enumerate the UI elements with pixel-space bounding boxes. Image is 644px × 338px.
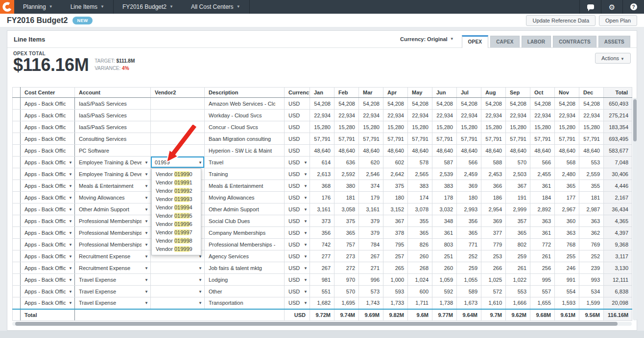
- month-value-cell[interactable]: 267: [359, 250, 383, 262]
- month-value-cell[interactable]: 1,655: [530, 297, 555, 309]
- column-header-oct[interactable]: Oct: [530, 88, 555, 98]
- chevron-down-icon[interactable]: ▼: [144, 289, 148, 293]
- chevron-down-icon[interactable]: ▼: [69, 183, 72, 188]
- month-value-cell[interactable]: 178: [432, 192, 457, 203]
- month-value-cell[interactable]: 534: [579, 286, 604, 297]
- month-value-cell[interactable]: 367: [383, 215, 408, 227]
- column-header-total[interactable]: Total: [604, 88, 632, 98]
- month-value-cell[interactable]: 362: [579, 227, 604, 239]
- month-value-cell[interactable]: 54,208: [408, 98, 432, 110]
- month-value-cell[interactable]: 2,954: [481, 203, 506, 215]
- month-value-cell[interactable]: 1,666: [506, 297, 530, 309]
- chevron-down-icon[interactable]: ▼: [69, 301, 72, 305]
- month-value-cell[interactable]: 365: [506, 227, 530, 239]
- row-handle[interactable]: [13, 286, 21, 297]
- chevron-down-icon[interactable]: ▼: [304, 289, 308, 293]
- cost-center-cell[interactable]: Apps - Back Office▼: [21, 227, 75, 239]
- month-value-cell[interactable]: 271: [359, 262, 383, 274]
- row-handle[interactable]: [13, 157, 21, 168]
- currency-cell[interactable]: USD▼: [285, 203, 310, 215]
- vendor-cell[interactable]: ▼: [151, 286, 205, 297]
- month-value-cell[interactable]: 363: [579, 215, 604, 227]
- column-header-description[interactable]: Description: [205, 88, 285, 98]
- currency-cell[interactable]: USD▼: [285, 157, 310, 168]
- month-value-cell[interactable]: 22,934: [432, 110, 457, 121]
- row-handle[interactable]: [13, 215, 21, 227]
- vertical-scrollbar[interactable]: [633, 98, 637, 320]
- vendor-option[interactable]: Vendor 019999: [152, 245, 201, 253]
- month-value-cell[interactable]: 48,640: [383, 145, 408, 157]
- month-value-cell[interactable]: 373: [310, 215, 334, 227]
- month-value-cell[interactable]: 1,733: [383, 297, 408, 309]
- month-value-cell[interactable]: 589: [457, 286, 481, 297]
- month-value-cell[interactable]: 22,934: [457, 110, 481, 121]
- nav-budget[interactable]: FY2016 Budget2 ▼: [114, 0, 182, 14]
- vendor-option[interactable]: Vendor 019990: [152, 170, 201, 179]
- tab-capex[interactable]: CAPEX: [490, 36, 519, 47]
- month-value-cell[interactable]: 22,934: [481, 110, 506, 121]
- month-value-cell[interactable]: 2,642: [383, 168, 408, 180]
- month-value-cell[interactable]: 2,613: [310, 168, 334, 180]
- chevron-down-icon[interactable]: ▼: [144, 266, 148, 270]
- month-value-cell[interactable]: 15,280: [408, 121, 432, 133]
- account-cell[interactable]: Other Admin Support▼: [75, 203, 151, 215]
- month-value-cell[interactable]: 348: [432, 215, 457, 227]
- account-cell[interactable]: Employee Training & Development▼: [75, 157, 151, 168]
- month-value-cell[interactable]: 600: [408, 286, 432, 297]
- column-header-jul[interactable]: Jul: [457, 88, 481, 98]
- row-handle[interactable]: [13, 274, 21, 286]
- month-value-cell[interactable]: 15,280: [530, 121, 555, 133]
- row-handle[interactable]: [13, 250, 21, 262]
- month-value-cell[interactable]: 795: [383, 239, 408, 250]
- month-value-cell[interactable]: 2,453: [481, 168, 506, 180]
- month-value-cell[interactable]: 255: [555, 250, 579, 262]
- month-value-cell[interactable]: 261: [506, 262, 530, 274]
- month-value-cell[interactable]: 1,711: [408, 297, 432, 309]
- vendor-cell[interactable]: ▼: [151, 262, 205, 274]
- column-header-jun[interactable]: Jun: [432, 88, 457, 98]
- chevron-down-icon[interactable]: ▼: [144, 242, 148, 247]
- month-value-cell[interactable]: 566: [530, 157, 555, 168]
- column-header-aug[interactable]: Aug: [481, 88, 506, 98]
- chevron-down-icon[interactable]: ▼: [69, 242, 72, 247]
- month-value-cell[interactable]: 260: [432, 262, 457, 274]
- nav-line-items[interactable]: Line Items ▼: [62, 0, 113, 14]
- month-value-cell[interactable]: 57,791: [530, 133, 555, 145]
- month-value-cell[interactable]: 1,673: [457, 297, 481, 309]
- month-value-cell[interactable]: 1,055: [457, 274, 481, 286]
- month-value-cell[interactable]: 54,208: [506, 98, 530, 110]
- month-value-cell[interactable]: 592: [432, 286, 457, 297]
- month-value-cell[interactable]: 784: [359, 239, 383, 250]
- month-value-cell[interactable]: 553: [579, 157, 604, 168]
- month-value-cell[interactable]: 256: [530, 262, 555, 274]
- month-value-cell[interactable]: 15,280: [432, 121, 457, 133]
- month-value-cell[interactable]: 54,208: [310, 98, 334, 110]
- month-value-cell[interactable]: 57,791: [383, 133, 408, 145]
- currency-selector[interactable]: Currency: Original ▼: [400, 36, 454, 42]
- month-value-cell[interactable]: 970: [334, 274, 359, 286]
- month-value-cell[interactable]: 357: [506, 215, 530, 227]
- account-cell[interactable]: Professional Memberships▼: [75, 227, 151, 239]
- chevron-down-icon[interactable]: ▼: [144, 172, 148, 176]
- cost-center-cell[interactable]: Apps - Back Office▼: [21, 297, 75, 309]
- month-value-cell[interactable]: 57,791: [408, 133, 432, 145]
- month-value-cell[interactable]: 174: [408, 192, 432, 203]
- month-value-cell[interactable]: 361: [432, 227, 457, 239]
- vendor-input[interactable]: 01999▼: [151, 157, 205, 168]
- chevron-down-icon[interactable]: ▼: [144, 277, 148, 282]
- month-value-cell[interactable]: 57,791: [310, 133, 334, 145]
- month-value-cell[interactable]: 22,934: [310, 110, 334, 121]
- chevron-down-icon[interactable]: ▼: [304, 172, 308, 176]
- month-value-cell[interactable]: 369: [481, 215, 506, 227]
- month-value-cell[interactable]: 355: [408, 215, 432, 227]
- month-value-cell[interactable]: 636: [334, 157, 359, 168]
- month-value-cell[interactable]: 257: [383, 250, 408, 262]
- month-value-cell[interactable]: 360: [555, 215, 579, 227]
- month-value-cell[interactable]: 252: [457, 250, 481, 262]
- month-value-cell[interactable]: 1,599: [579, 297, 604, 309]
- chevron-down-icon[interactable]: ▼: [304, 207, 308, 211]
- chevron-down-icon[interactable]: ▼: [304, 219, 308, 223]
- month-value-cell[interactable]: 379: [359, 227, 383, 239]
- month-value-cell[interactable]: 181: [334, 192, 359, 203]
- month-value-cell[interactable]: 57,791: [334, 133, 359, 145]
